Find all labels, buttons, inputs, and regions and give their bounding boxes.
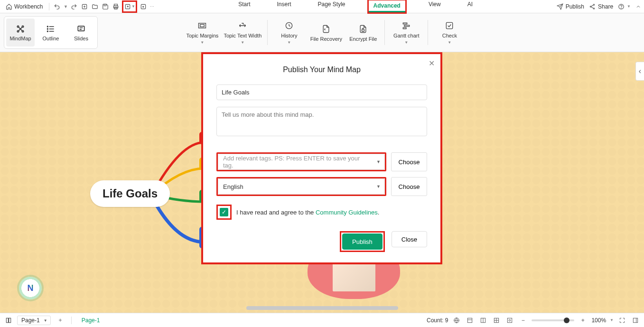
globe-icon[interactable] bbox=[452, 316, 461, 325]
view-mode-1-icon[interactable] bbox=[465, 316, 475, 325]
tags-placeholder: Add relevant tags. PS: Press ENTER to sa… bbox=[223, 155, 371, 169]
open-icon[interactable] bbox=[91, 2, 99, 11]
view-slides-label: Slides bbox=[74, 36, 88, 41]
tool-gantt[interactable]: Gantt chart ▼ bbox=[388, 20, 425, 45]
view-outline[interactable]: Outline bbox=[37, 19, 65, 47]
zoom-knob[interactable] bbox=[564, 318, 569, 323]
tool-label: Encrypt File bbox=[349, 36, 377, 42]
encrypt-icon bbox=[358, 24, 368, 34]
export-button-highlight: ▼ bbox=[122, 0, 137, 13]
menu-insert[interactable]: Insert bbox=[272, 0, 296, 14]
pages-panel-icon[interactable] bbox=[4, 316, 13, 325]
share-button[interactable]: Share bbox=[589, 3, 613, 10]
separator bbox=[267, 20, 268, 45]
view-mode-2-icon[interactable] bbox=[478, 316, 488, 325]
separator bbox=[428, 20, 428, 45]
help-button[interactable]: ▼ bbox=[618, 3, 631, 10]
svg-rect-31 bbox=[468, 318, 472, 322]
chevron-down-icon: ▼ bbox=[287, 40, 291, 45]
modal-publish-button[interactable]: Publish bbox=[342, 234, 383, 250]
add-page-button[interactable]: ＋ bbox=[55, 315, 66, 326]
tool-history[interactable]: History ▼ bbox=[271, 20, 308, 45]
publish-button[interactable]: Publish bbox=[557, 3, 584, 10]
tool-label: History bbox=[281, 33, 297, 38]
ribbon-toolbar: MindMap Outline Slides Topic Margins ▼ T… bbox=[0, 13, 644, 52]
new-icon[interactable] bbox=[80, 2, 89, 11]
modal-close-button[interactable]: Close bbox=[392, 231, 427, 247]
tags-input[interactable]: Add relevant tags. PS: Press ENTER to sa… bbox=[218, 154, 385, 170]
tool-label: File Recovery bbox=[310, 36, 342, 42]
menu-page-style[interactable]: Page Style bbox=[313, 0, 350, 14]
fullscreen-icon[interactable] bbox=[617, 316, 627, 325]
app-logo-badge[interactable]: N bbox=[19, 277, 42, 299]
view-slides[interactable]: Slides bbox=[67, 19, 95, 47]
tool-check[interactable]: Check ▼ bbox=[431, 20, 468, 45]
tool-group-gantt: Gantt chart ▼ bbox=[388, 16, 425, 49]
undo-icon[interactable] bbox=[53, 2, 61, 11]
chevron-down-icon: ▼ bbox=[376, 159, 381, 164]
menu-advanced[interactable]: Advanced bbox=[369, 0, 405, 12]
tool-encrypt-file[interactable]: Encrypt File bbox=[345, 24, 382, 42]
save-icon[interactable] bbox=[101, 2, 110, 11]
svg-rect-20 bbox=[199, 23, 206, 28]
language-select[interactable]: English ▼ bbox=[218, 178, 385, 195]
collapse-ribbon-button[interactable] bbox=[635, 4, 641, 9]
svg-point-9 bbox=[593, 8, 594, 9]
zoom-out-button[interactable]: − bbox=[518, 316, 528, 325]
menu-ai[interactable]: AI bbox=[463, 0, 477, 14]
tool-file-recovery[interactable]: File Recovery bbox=[308, 24, 345, 42]
svg-rect-27 bbox=[447, 22, 453, 28]
close-icon[interactable]: ✕ bbox=[429, 59, 435, 68]
zoom-slider[interactable] bbox=[532, 319, 574, 321]
mindmap-description-input[interactable] bbox=[216, 107, 427, 136]
view-mode-3-icon[interactable] bbox=[492, 316, 501, 325]
svg-point-14 bbox=[17, 30, 19, 32]
recovery-icon bbox=[321, 24, 331, 34]
chevron-down-icon[interactable]: ▼ bbox=[610, 318, 614, 322]
print-icon[interactable] bbox=[112, 2, 120, 11]
svg-point-17 bbox=[47, 28, 48, 29]
tool-topic-text-width[interactable]: Topic Text Width ▼ bbox=[221, 20, 264, 45]
export-icon[interactable]: ▼ bbox=[124, 2, 135, 11]
gantt-icon bbox=[401, 20, 411, 31]
fit-icon[interactable] bbox=[505, 316, 514, 325]
modal-title: Publish Your Mind Map bbox=[216, 65, 427, 74]
view-mode-group: MindMap Outline Slides bbox=[4, 16, 98, 49]
redo-icon[interactable] bbox=[70, 2, 78, 11]
import-icon[interactable] bbox=[139, 2, 148, 11]
tool-group-layout: Topic Margins ▼ Topic Text Width ▼ bbox=[184, 16, 264, 49]
workbench-button[interactable]: Workbench bbox=[3, 2, 46, 11]
zoom-value: 100% bbox=[591, 317, 606, 324]
share-icon bbox=[589, 3, 596, 10]
svg-rect-36 bbox=[633, 318, 637, 322]
undo-dropdown-icon[interactable]: ▼ bbox=[63, 2, 68, 11]
language-field-highlight: English ▼ bbox=[216, 177, 386, 196]
community-guidelines-link[interactable]: Community Guidelines bbox=[316, 209, 378, 216]
svg-point-11 bbox=[621, 8, 622, 8]
tool-topic-margins[interactable]: Topic Margins ▼ bbox=[184, 20, 221, 45]
panel-toggle-icon[interactable] bbox=[631, 316, 640, 325]
mindmap-name-input[interactable] bbox=[216, 84, 427, 100]
tool-group-file: History ▼ File Recovery Encrypt File bbox=[271, 16, 382, 49]
choose-tags-button[interactable]: Choose bbox=[391, 152, 427, 171]
separator bbox=[71, 317, 72, 324]
page-select-value: Page-1 bbox=[21, 317, 40, 324]
agree-post: . bbox=[378, 209, 380, 216]
page-tab[interactable]: Page-1 bbox=[77, 317, 105, 324]
more-dropdown-icon[interactable]: ⋯ bbox=[149, 2, 154, 11]
horizontal-scrollbar[interactable] bbox=[246, 306, 398, 310]
menu-start[interactable]: Start bbox=[233, 0, 255, 14]
choose-language-button[interactable]: Choose bbox=[391, 177, 427, 196]
svg-point-18 bbox=[47, 31, 48, 32]
mindmap-root-node[interactable]: Life Goals bbox=[90, 180, 170, 207]
publish-button-highlight: Publish bbox=[340, 231, 385, 252]
help-icon bbox=[618, 3, 625, 10]
svg-rect-34 bbox=[508, 318, 512, 322]
page-selector[interactable]: Page-1 ▼ bbox=[17, 316, 51, 325]
view-mindmap[interactable]: MindMap bbox=[6, 19, 35, 47]
zoom-in-button[interactable]: + bbox=[578, 316, 588, 325]
outline-icon bbox=[46, 24, 56, 34]
menu-view[interactable]: View bbox=[424, 0, 446, 14]
side-panel-toggle[interactable]: ‹ bbox=[635, 62, 644, 81]
agree-checkbox[interactable]: ✓ bbox=[220, 208, 228, 216]
